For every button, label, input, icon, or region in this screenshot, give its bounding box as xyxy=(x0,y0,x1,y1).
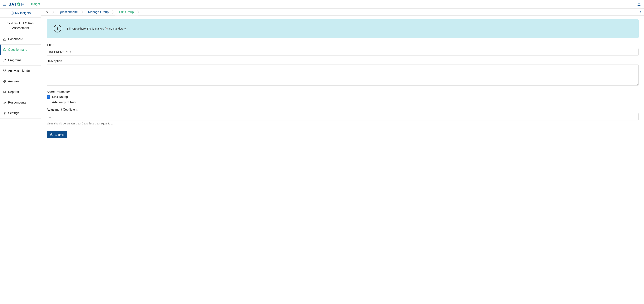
logo[interactable]: BAT✿I® xyxy=(8,2,24,7)
divider xyxy=(28,2,28,6)
info-text: Edit Group here. Fields marked (*) are m… xyxy=(67,27,126,30)
adequacy-label: Adequacy of Risk xyxy=(52,101,76,104)
model-icon xyxy=(3,69,6,72)
submit-button[interactable]: Submit xyxy=(47,131,67,138)
breadcrumb-manage-group[interactable]: Manage Group xyxy=(84,10,112,14)
checkbox-row-risk-rating: Risk Rating xyxy=(47,95,638,99)
svg-point-19 xyxy=(4,113,5,114)
svg-point-3 xyxy=(638,3,640,4)
info-box: i Edit Group here. Fields marked (*) are… xyxy=(47,19,638,38)
menu-toggle-icon[interactable] xyxy=(3,3,6,5)
svg-point-17 xyxy=(4,102,4,103)
sidebar-item-label: Analytical Model xyxy=(8,69,30,73)
sidebar-item-label: Respondents xyxy=(8,101,26,104)
title-input[interactable] xyxy=(47,48,638,56)
sidebar-item-respondents[interactable]: Respondents xyxy=(0,97,41,108)
svg-point-18 xyxy=(5,102,6,103)
score-parameter-label: Score Parameter xyxy=(47,90,638,94)
sidebar-item-label: Settings xyxy=(8,111,19,115)
risk-rating-checkbox[interactable] xyxy=(47,95,50,99)
svg-rect-7 xyxy=(4,70,4,70)
description-label: Description xyxy=(47,59,638,63)
user-avatar-icon[interactable] xyxy=(637,2,641,6)
adjustment-help-text: Value should be greater than 0 and less … xyxy=(47,122,638,125)
top-header: BAT✿I® Insight xyxy=(0,0,644,9)
adjustment-label: Adjustment Coefficient xyxy=(47,108,638,111)
chevron-right-icon xyxy=(82,9,84,15)
sidebar-item-settings[interactable]: Settings xyxy=(0,108,41,118)
sidebar-item-analysis[interactable]: Analysis xyxy=(0,76,41,87)
breadcrumb-home-icon[interactable] xyxy=(41,10,52,14)
home-icon xyxy=(3,38,6,41)
sidebar-item-dashboard[interactable]: Dashboard xyxy=(0,34,41,44)
sidebar-item-label: Programs xyxy=(8,58,21,62)
arrow-right-circle-icon xyxy=(50,133,53,136)
score-parameter-group: Score Parameter Risk Rating Adequacy of … xyxy=(47,90,638,104)
collapse-panel-icon[interactable] xyxy=(636,9,644,15)
adjustment-input[interactable] xyxy=(47,113,638,120)
main: Questionnaire Manage Group Edit Group i … xyxy=(41,9,644,304)
project-title: Test Bank LLC Risk Assessment xyxy=(0,18,41,34)
sidebar-item-label: Dashboard xyxy=(8,37,23,41)
risk-rating-label: Risk Rating xyxy=(52,95,68,99)
title-group: Title* xyxy=(47,43,638,56)
logo-text-2: I xyxy=(21,2,22,6)
submit-label: Submit xyxy=(55,133,64,136)
chevron-right-icon xyxy=(112,9,115,15)
sidebar-item-label: Analysis xyxy=(8,80,20,83)
my-insights-link[interactable]: My Insights xyxy=(0,9,41,18)
adequacy-checkbox[interactable] xyxy=(47,101,50,104)
content: i Edit Group here. Fields marked (*) are… xyxy=(41,15,644,142)
sidebar-item-label: Reports xyxy=(8,90,19,94)
logo-leaf-icon: ✿ xyxy=(17,2,20,7)
chevron-right-icon xyxy=(52,9,55,15)
layout: My Insights Test Bank LLC Risk Assessmen… xyxy=(0,9,644,304)
breadcrumb-questionnaire[interactable]: Questionnaire xyxy=(55,10,82,14)
logo-reg: ® xyxy=(22,3,24,5)
app-name[interactable]: Insight xyxy=(31,2,40,6)
description-textarea[interactable] xyxy=(47,64,638,86)
description-group: Description xyxy=(47,59,638,86)
sidebar-item-questionnaire[interactable]: Questionnaire xyxy=(0,44,41,55)
breadcrumb: Questionnaire Manage Group Edit Group xyxy=(41,9,644,15)
chevron-right-icon xyxy=(138,9,140,15)
breadcrumb-edit-group[interactable]: Edit Group xyxy=(115,9,138,15)
sidebar-item-label: Questionnaire xyxy=(8,48,27,51)
adjustment-group: Adjustment Coefficient Value should be g… xyxy=(47,108,638,125)
sidebar-item-analytical-model[interactable]: Analytical Model xyxy=(0,66,41,76)
svg-line-10 xyxy=(4,70,4,71)
people-icon xyxy=(3,101,6,104)
svg-line-11 xyxy=(4,70,6,71)
sidebar-item-programs[interactable]: Programs xyxy=(0,55,41,66)
info-icon: i xyxy=(54,25,61,32)
my-insights-label: My Insights xyxy=(15,11,31,15)
sidebar-item-reports[interactable]: Reports xyxy=(0,87,41,97)
checkbox-row-adequacy: Adequacy of Risk xyxy=(47,101,638,104)
question-icon xyxy=(3,48,6,51)
sidebar: My Insights Test Bank LLC Risk Assessmen… xyxy=(0,9,41,304)
gear-icon xyxy=(3,112,6,115)
svg-rect-8 xyxy=(5,70,6,70)
header-left: BAT✿I® Insight xyxy=(3,2,40,7)
logo-text-1: BAT xyxy=(8,2,17,6)
pie-icon xyxy=(3,80,6,83)
svg-point-4 xyxy=(11,12,14,14)
pen-icon xyxy=(3,59,6,62)
title-label: Title* xyxy=(47,43,638,47)
svg-rect-9 xyxy=(4,71,5,72)
report-icon xyxy=(3,90,6,93)
